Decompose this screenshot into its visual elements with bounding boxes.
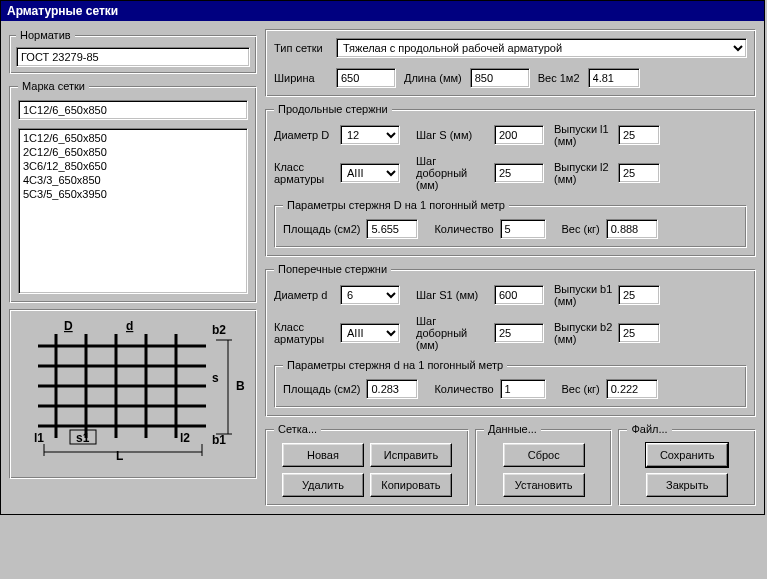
long-class-label: Класс арматуры bbox=[274, 161, 336, 185]
trans-out1-input[interactable] bbox=[618, 285, 660, 305]
width-input[interactable] bbox=[336, 68, 396, 88]
long-stepadd-input[interactable] bbox=[494, 163, 544, 183]
width-label: Ширина bbox=[274, 72, 328, 84]
weight-input[interactable] bbox=[588, 68, 640, 88]
list-item[interactable]: 5С3/5_650х3950 bbox=[21, 187, 245, 201]
trans-out2-label: Выпуски b2 (мм) bbox=[554, 321, 614, 345]
long-area-label: Площадь (см2) bbox=[283, 223, 360, 235]
type-select[interactable]: Тяжелая с продольной рабочей арматурой bbox=[336, 38, 747, 58]
svg-text:l1: l1 bbox=[34, 431, 44, 445]
trans-count-input[interactable] bbox=[500, 379, 546, 399]
long-diameter-label: Диаметр D bbox=[274, 129, 336, 141]
delete-button[interactable]: Удалить bbox=[282, 473, 364, 497]
top-group: Тип сетки Тяжелая с продольной рабочей а… bbox=[265, 29, 756, 97]
file-buttons-group: Файл... Сохранить Закрыть bbox=[618, 423, 756, 506]
trans-w-label: Вес (кг) bbox=[562, 383, 600, 395]
trans-w-input[interactable] bbox=[606, 379, 658, 399]
trans-stepadd-label: Шаг доборный (мм) bbox=[416, 315, 490, 351]
long-param-legend: Параметры стержня D на 1 погонный метр bbox=[283, 199, 509, 211]
fix-button[interactable]: Исправить bbox=[370, 443, 452, 467]
copy-button[interactable]: Копировать bbox=[370, 473, 452, 497]
long-step-input[interactable] bbox=[494, 125, 544, 145]
trans-area-label: Площадь (см2) bbox=[283, 383, 360, 395]
brand-current-input[interactable] bbox=[18, 100, 248, 120]
long-w-label: Вес (кг) bbox=[562, 223, 600, 235]
trans-step-label: Шаг S1 (мм) bbox=[416, 289, 490, 301]
trans-out2-input[interactable] bbox=[618, 323, 660, 343]
brand-group: Марка сетки 1С12/6_650х850 2С12/6_650х85… bbox=[9, 80, 257, 303]
titlebar: Арматурные сетки bbox=[1, 1, 764, 21]
svg-text:s: s bbox=[212, 371, 219, 385]
long-out2-input[interactable] bbox=[618, 163, 660, 183]
window-title: Арматурные сетки bbox=[7, 4, 118, 18]
data-buttons-group: Данные... Сброс Установить bbox=[475, 423, 613, 506]
long-out1-input[interactable] bbox=[618, 125, 660, 145]
long-out1-label: Выпуски l1 (мм) bbox=[554, 123, 614, 147]
normative-legend: Норматив bbox=[16, 29, 75, 41]
trans-class-label: Класс арматуры bbox=[274, 321, 336, 345]
longitudinal-legend: Продольные стержни bbox=[274, 103, 392, 115]
left-column: Норматив Марка сетки 1С12/6_650х850 2С12… bbox=[9, 29, 257, 506]
length-label: Длина (мм) bbox=[404, 72, 462, 84]
long-count-label: Количество bbox=[434, 223, 493, 235]
svg-text:d: d bbox=[126, 319, 133, 333]
long-w-input[interactable] bbox=[606, 219, 658, 239]
list-item[interactable]: 2С12/6_650х850 bbox=[21, 145, 245, 159]
longitudinal-group: Продольные стержни Диаметр D 12 Шаг S (м… bbox=[265, 103, 756, 257]
weight-label: Вес 1м2 bbox=[538, 72, 580, 84]
client-area: Норматив Марка сетки 1С12/6_650х850 2С12… bbox=[1, 21, 764, 514]
svg-text:L: L bbox=[116, 449, 123, 460]
svg-text:l2: l2 bbox=[180, 431, 190, 445]
long-area-input[interactable] bbox=[366, 219, 418, 239]
type-label: Тип сетки bbox=[274, 42, 328, 54]
trans-area-input[interactable] bbox=[366, 379, 418, 399]
long-step-label: Шаг S (мм) bbox=[416, 129, 490, 141]
data-legend: Данные... bbox=[484, 423, 541, 435]
new-button[interactable]: Новая bbox=[282, 443, 364, 467]
main-window: Арматурные сетки Норматив Марка сетки 1С… bbox=[0, 0, 765, 515]
trans-step-input[interactable] bbox=[494, 285, 544, 305]
reset-button[interactable]: Сброс bbox=[503, 443, 585, 467]
close-button[interactable]: Закрыть bbox=[646, 473, 728, 497]
svg-text:B: B bbox=[236, 379, 245, 393]
long-diameter-select[interactable]: 12 bbox=[340, 125, 400, 145]
list-item[interactable]: 3С6/12_850х650 bbox=[21, 159, 245, 173]
trans-diameter-label: Диаметр d bbox=[274, 289, 336, 301]
svg-text:s1: s1 bbox=[76, 431, 90, 445]
right-column: Тип сетки Тяжелая с продольной рабочей а… bbox=[265, 29, 756, 506]
svg-text:b2: b2 bbox=[212, 323, 226, 337]
normative-group: Норматив bbox=[9, 29, 257, 74]
trans-param-group: Параметры стержня d на 1 погонный метр П… bbox=[274, 359, 747, 408]
bottom-button-row: Сетка... Новая Исправить Удалить Копиров… bbox=[265, 423, 756, 506]
long-stepadd-label: Шаг доборный (мм) bbox=[416, 155, 490, 191]
diagram-panel: D d b2 b1 s B l1 l2 s1 L bbox=[9, 309, 257, 479]
svg-text:D: D bbox=[64, 319, 73, 333]
transverse-legend: Поперечные стержни bbox=[274, 263, 391, 275]
list-item[interactable]: 4С3/3_650х850 bbox=[21, 173, 245, 187]
trans-diameter-select[interactable]: 6 bbox=[340, 285, 400, 305]
long-class-select[interactable]: AIII bbox=[340, 163, 400, 183]
apply-button[interactable]: Установить bbox=[503, 473, 585, 497]
transverse-group: Поперечные стержни Диаметр d 6 Шаг S1 (м… bbox=[265, 263, 756, 417]
trans-class-select[interactable]: AIII bbox=[340, 323, 400, 343]
mesh-diagram: D d b2 b1 s B l1 l2 s1 L bbox=[16, 316, 248, 460]
trans-stepadd-input[interactable] bbox=[494, 323, 544, 343]
mesh-legend: Сетка... bbox=[274, 423, 321, 435]
long-param-group: Параметры стержня D на 1 погонный метр П… bbox=[274, 199, 747, 248]
list-item[interactable]: 1С12/6_650х850 bbox=[21, 131, 245, 145]
file-legend: Файл... bbox=[627, 423, 671, 435]
length-input[interactable] bbox=[470, 68, 530, 88]
mesh-buttons-group: Сетка... Новая Исправить Удалить Копиров… bbox=[265, 423, 469, 506]
trans-param-legend: Параметры стержня d на 1 погонный метр bbox=[283, 359, 507, 371]
long-count-input[interactable] bbox=[500, 219, 546, 239]
trans-count-label: Количество bbox=[434, 383, 493, 395]
brand-legend: Марка сетки bbox=[18, 80, 89, 92]
brand-listbox[interactable]: 1С12/6_650х850 2С12/6_650х850 3С6/12_850… bbox=[18, 128, 248, 294]
normative-input[interactable] bbox=[16, 47, 250, 67]
trans-out1-label: Выпуски b1 (мм) bbox=[554, 283, 614, 307]
save-button[interactable]: Сохранить bbox=[646, 443, 728, 467]
long-out2-label: Выпуски l2 (мм) bbox=[554, 161, 614, 185]
svg-text:b1: b1 bbox=[212, 433, 226, 447]
